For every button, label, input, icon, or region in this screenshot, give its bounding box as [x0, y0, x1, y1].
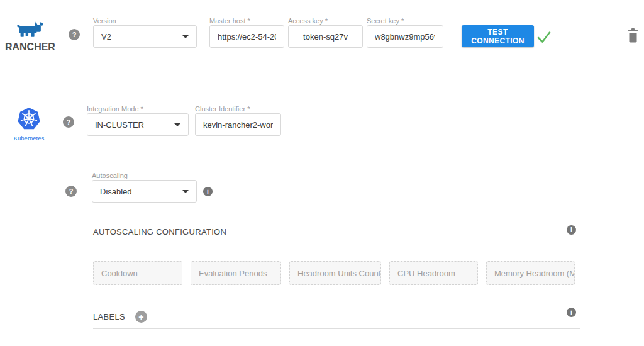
- labels-header: LABELS +: [93, 311, 147, 323]
- version-label: Version: [93, 17, 197, 25]
- chevron-down-icon: [182, 35, 189, 38]
- rancher-logo-text: RANCHER: [5, 41, 52, 53]
- access-key-input[interactable]: [288, 25, 363, 48]
- autoscaling-configuration-divider: [93, 242, 580, 242]
- headroom-units-count-field: Headroom Units Count: [289, 261, 381, 285]
- kubernetes-logo-text: Kubernetes: [9, 135, 49, 142]
- autoscaling-info-icon[interactable]: i: [203, 187, 213, 196]
- cluster-identifier-label: Cluster Identifier *: [195, 105, 281, 113]
- autoscaling-help-icon[interactable]: ?: [65, 186, 77, 197]
- access-key-field-group: Access key *: [288, 17, 363, 48]
- autoscaling-configuration-title: AUTOSCALING CONFIGURATION: [93, 227, 226, 237]
- autoscaling-configuration-info-icon[interactable]: i: [567, 225, 576, 235]
- labels-info-icon[interactable]: i: [567, 308, 576, 317]
- master-host-field-group: Master host *: [209, 17, 284, 48]
- chevron-down-icon: [182, 190, 189, 193]
- secret-key-field-group: Secret key *: [367, 17, 443, 48]
- integration-mode-label: Integration Mode *: [87, 105, 189, 113]
- cooldown-field: Cooldown: [93, 261, 182, 285]
- chevron-down-icon: [174, 123, 180, 126]
- integration-mode-select[interactable]: Integration Mode * IN-CLUSTER: [87, 105, 189, 136]
- cluster-identifier-input[interactable]: [195, 113, 281, 136]
- master-host-input[interactable]: [209, 25, 284, 48]
- autoscaling-value: Disabled: [100, 187, 132, 196]
- evaluation-periods-field: Evaluation Periods: [191, 261, 281, 285]
- secret-key-input[interactable]: [367, 25, 443, 48]
- master-host-label: Master host *: [209, 17, 284, 25]
- autoscaling-label: Autoscaling: [92, 172, 197, 180]
- connection-success-check-icon: [536, 29, 552, 45]
- autoscaling-select[interactable]: Autoscaling Disabled: [92, 172, 197, 203]
- autoscaling-configuration-fields: Cooldown Evaluation Periods Headroom Uni…: [93, 261, 575, 285]
- kubernetes-logo: Kubernetes: [9, 107, 49, 142]
- secret-key-label: Secret key *: [367, 17, 443, 25]
- test-connection-button[interactable]: TEST CONNECTION: [462, 25, 534, 47]
- cpu-headroom-field: CPU Headroom: [389, 261, 478, 285]
- add-label-button[interactable]: +: [135, 311, 147, 323]
- access-key-label: Access key *: [288, 17, 363, 25]
- integration-mode-value: IN-CLUSTER: [95, 120, 144, 130]
- rancher-logo: RANCHER: [5, 21, 55, 53]
- version-select[interactable]: Version V2: [93, 17, 197, 48]
- memory-headroom-field: Memory Headroom (MiB): [486, 261, 575, 285]
- delete-trash-icon[interactable]: [627, 28, 639, 43]
- labels-title: LABELS: [93, 312, 125, 321]
- labels-divider: [93, 328, 580, 329]
- version-value: V2: [101, 32, 111, 42]
- rancher-cow-icon: [16, 21, 44, 38]
- cluster-identifier-field-group: Cluster Identifier *: [195, 105, 281, 136]
- rancher-help-icon[interactable]: ?: [69, 29, 80, 40]
- kubernetes-helm-icon: [16, 107, 42, 131]
- kubernetes-help-icon[interactable]: ?: [63, 116, 74, 128]
